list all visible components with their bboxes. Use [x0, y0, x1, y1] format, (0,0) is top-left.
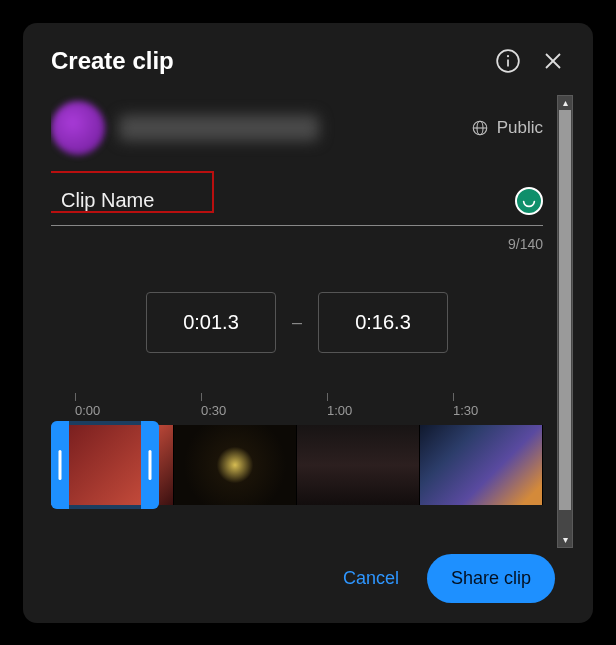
- dialog-body: Public Clip Name 9/140 0:01.3 – 0:16.3: [51, 95, 573, 548]
- svg-point-2: [507, 55, 509, 57]
- end-time-input[interactable]: 0:16.3: [318, 292, 448, 353]
- info-icon[interactable]: [495, 48, 521, 74]
- timeline-tick: 0:00: [75, 393, 100, 418]
- scroll-content: Public Clip Name 9/140 0:01.3 – 0:16.3: [51, 95, 557, 548]
- selection-preview: [69, 425, 141, 505]
- channel-avatar: [51, 101, 105, 155]
- clip-selection[interactable]: [51, 421, 159, 509]
- time-separator: –: [292, 312, 302, 333]
- visibility-label: Public: [497, 118, 543, 138]
- selection-handle-start[interactable]: [51, 421, 69, 509]
- timeline-track[interactable]: [51, 425, 543, 505]
- scrollbar-thumb[interactable]: [559, 110, 571, 510]
- share-clip-button[interactable]: Share clip: [427, 554, 555, 603]
- user-avatar-icon: [515, 187, 543, 215]
- vertical-scrollbar[interactable]: ▴ ▾: [557, 95, 573, 548]
- dialog-header: Create clip: [51, 47, 573, 75]
- visibility-selector[interactable]: Public: [471, 118, 543, 138]
- globe-icon: [471, 119, 489, 137]
- timeline-tick: 1:30: [453, 393, 478, 418]
- header-actions: [495, 48, 565, 74]
- timeline-thumbnail: [174, 425, 297, 505]
- source-video-row: Public: [51, 101, 543, 155]
- clip-time-row: 0:01.3 – 0:16.3: [51, 292, 543, 353]
- close-icon[interactable]: [541, 49, 565, 73]
- clip-name-input-row: Clip Name: [51, 177, 543, 226]
- create-clip-dialog: Create clip: [23, 23, 593, 623]
- source-video-title-hidden: [119, 115, 319, 141]
- timeline-ticks: 0:00 0:30 1:00 1:30: [51, 393, 543, 421]
- start-time-input[interactable]: 0:01.3: [146, 292, 276, 353]
- dialog-title: Create clip: [51, 47, 174, 75]
- timeline-thumbnail: [420, 425, 543, 505]
- timeline-tick: 1:00: [327, 393, 352, 418]
- clip-name-input[interactable]: Clip Name: [51, 189, 515, 212]
- clip-timeline[interactable]: 0:00 0:30 1:00 1:30: [51, 393, 543, 523]
- scroll-down-arrow[interactable]: ▾: [558, 533, 572, 547]
- timeline-thumbnail: [297, 425, 420, 505]
- char-counter: 9/140: [51, 236, 543, 252]
- scroll-up-arrow[interactable]: ▴: [558, 96, 572, 110]
- dialog-footer: Cancel Share clip: [51, 554, 573, 603]
- selection-handle-end[interactable]: [141, 421, 159, 509]
- timeline-tick: 0:30: [201, 393, 226, 418]
- cancel-button[interactable]: Cancel: [343, 568, 399, 589]
